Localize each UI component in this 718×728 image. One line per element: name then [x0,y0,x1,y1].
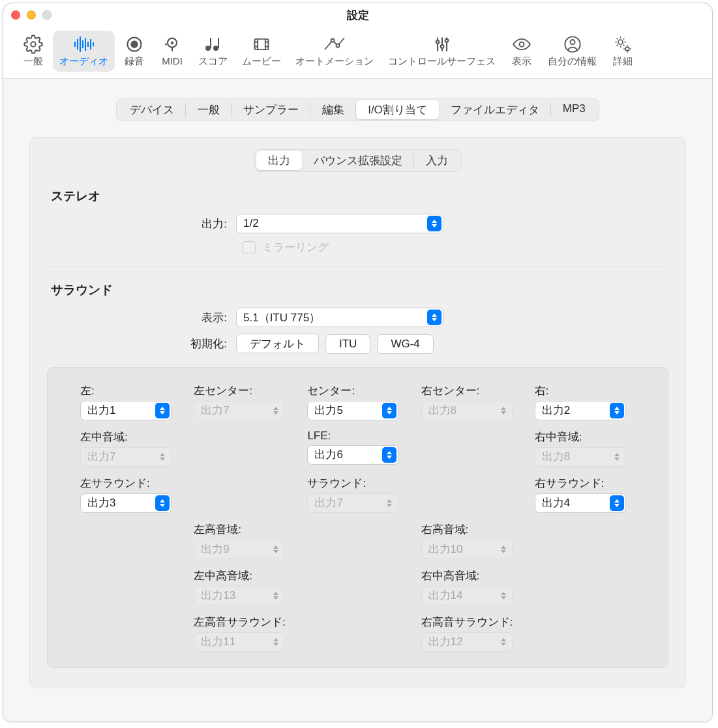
audio-icon [72,35,96,54]
sliders-icon [430,35,454,54]
svg-point-26 [436,40,439,44]
svg-rect-3 [80,36,81,52]
channel-value: 出力4 [542,495,570,510]
channel-popup-sur: 出力7 [307,493,398,513]
popup-arrows-icon [496,403,511,418]
popup-arrows-icon [496,634,511,650]
toolbar-label: 表示 [512,55,531,68]
channel-value: 出力6 [314,447,342,462]
sub-tab[interactable]: I/O割り当て [356,100,439,119]
surround-init-label: 初期化: [47,336,236,351]
sub-tab[interactable]: デバイス [118,100,186,119]
channel-value: 出力8 [428,403,456,418]
svg-point-35 [625,47,629,51]
toolbar-item-audio[interactable]: オーディオ [53,31,115,72]
popup-arrows-icon [382,447,396,463]
channel-label: 右高音域: [421,522,522,537]
sub-tabs: デバイス一般サンプラー編集I/O割り当てファイルエディタMP3 [116,98,599,121]
io-tab[interactable]: バウンス拡張設定 [302,151,414,170]
popup-arrows-icon [269,634,283,650]
popup-arrows-icon [610,495,624,511]
channel-center: センター: 出力5 [307,383,408,420]
svg-rect-15 [218,38,219,48]
channel-popup-rhisur: 出力12 [421,632,513,652]
toolbar-label: ムービー [242,55,281,68]
channel-value: 出力1 [87,403,115,418]
channel-value: 出力7 [201,403,229,418]
toolbar-label: 詳細 [613,55,633,68]
toolbar-item-gears[interactable]: 詳細 [605,31,641,72]
surround-grid: 左: 出力1 左センター: 出力7 センター: 出力5 右センター: 出力8 右… [47,367,668,668]
gears-icon [611,35,635,54]
toolbar-label: オーディオ [59,55,108,68]
svg-rect-2 [77,39,78,50]
toolbar-item-record[interactable]: 録音 [116,31,153,72]
channel-label: サラウンド: [307,476,408,491]
stereo-output-value: 1/2 [243,217,259,230]
toolbar-item-score[interactable]: スコア [192,31,234,72]
init-buttons: デフォルトITUWG-4 [236,334,440,354]
io-tab[interactable]: 入力 [414,151,460,170]
init-button[interactable]: ITU [325,334,370,354]
toolbar-item-midi[interactable]: MIDI [154,31,190,70]
svg-rect-4 [82,40,83,48]
channel-lhi: 左高音域: 出力9 [194,522,294,559]
channel-popup-rsur[interactable]: 出力4 [535,493,626,513]
svg-point-31 [520,42,524,47]
popup-arrows-icon [155,403,170,418]
channel-value: 出力13 [201,588,235,603]
surround-display-popup[interactable]: 5.1（ITU 775） [236,308,443,327]
init-button[interactable]: デフォルト [236,334,319,353]
toolbar-item-movie[interactable]: ムービー [235,31,288,72]
section-surround: サラウンド [51,282,668,298]
channel-lmidhi: 左中高音域: 出力13 [194,568,294,605]
window-title: 設定 [3,8,712,23]
channel-popup-center[interactable]: 出力5 [307,401,398,420]
score-icon [202,35,225,54]
sub-tab[interactable]: 一般 [186,100,232,119]
channel-left: 左: 出力1 [80,383,181,420]
midi-icon [160,35,184,54]
svg-rect-6 [87,42,89,47]
sub-tab[interactable]: ファイルエディタ [439,100,551,119]
sub-tab[interactable]: MP3 [551,100,597,119]
channel-value: 出力14 [428,588,463,603]
settings-window: 設定 一般オーディオ録音MIDIスコアムービーオートメーションコントロールサーフ… [3,3,713,722]
svg-point-33 [570,40,575,44]
channel-popup-lsur[interactable]: 出力3 [80,493,172,513]
toolbar-label: オートメーション [295,55,374,68]
popup-arrows-icon [269,542,283,557]
toolbar-item-automation[interactable]: オートメーション [289,31,380,72]
channel-value: 出力2 [542,403,570,418]
channel-value: 出力12 [428,634,463,649]
channel-lfe: LFE: 出力6 [307,430,408,467]
channel-label: 左: [80,383,181,398]
channel-label: 右中高音域: [421,568,522,583]
svg-point-11 [172,42,173,44]
channel-popup-left[interactable]: 出力1 [80,401,172,420]
section-stereo: ステレオ [51,188,668,205]
sub-tab[interactable]: 編集 [310,100,356,119]
io-tab[interactable]: 出力 [256,151,302,170]
init-button[interactable]: WG-4 [377,334,433,354]
channel-value: 出力9 [201,542,229,557]
person-icon [561,35,584,54]
sub-tab[interactable]: サンプラー [232,100,310,119]
stereo-output-popup[interactable]: 1/2 [236,214,443,233]
channel-popup-lfe[interactable]: 出力6 [307,445,398,465]
eye-icon [510,35,533,54]
toolbar-item-person[interactable]: 自分の情報 [541,31,603,72]
toolbar-item-eye[interactable]: 表示 [503,31,540,72]
toolbar-label: 自分の情報 [548,55,597,68]
toolbar-label: 一般 [23,55,43,68]
channel-label: LFE: [307,430,408,443]
popup-arrows-icon [269,403,283,418]
channel-popup-right[interactable]: 出力2 [535,401,626,420]
channel-lsur: 左サラウンド: 出力3 [80,476,181,513]
channel-rmid: 右中音域: 出力8 [535,430,635,467]
toolbar-item-gear[interactable]: 一般 [15,31,52,72]
surround-display-value: 5.1（ITU 775） [243,310,320,325]
surround-display-label: 表示: [47,310,236,325]
toolbar-item-sliders[interactable]: コントロールサーフェス [381,31,502,72]
channel-label: 左中音域: [80,430,181,444]
